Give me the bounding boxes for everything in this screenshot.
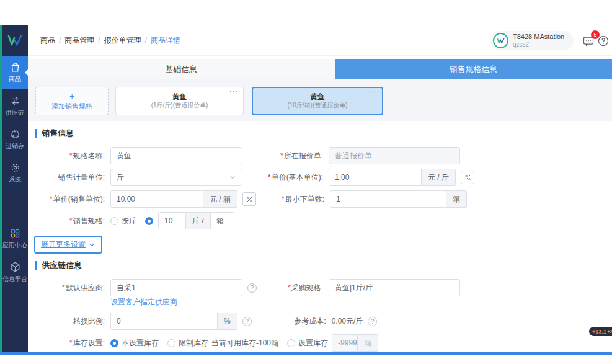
tab-label: 基础信息 [165,64,197,75]
radio-by-box[interactable] [145,217,153,225]
sidebar-item-inventory[interactable]: 进销存 [2,123,28,156]
breadcrumb-item[interactable]: 报价单管理 [104,35,141,46]
required-mark: * [69,216,73,225]
user-info: T8428 MAstation qzcs2 [513,33,564,48]
sidebar-item-products[interactable]: 商品 [2,56,28,89]
base-price-unit-addon: 元 / 斤 [422,169,456,186]
price-calc-button[interactable] [242,192,256,206]
spec-name-label: *规格名称: [28,147,110,164]
chevron-down-icon [88,241,95,249]
radio-no-stock[interactable]: 不设置库存 [110,338,159,348]
spec-name-input[interactable]: 黄鱼 [110,147,242,164]
sale-price-input[interactable]: 10.00 [110,190,203,208]
sidebar-item-label: 进销存 [6,142,24,151]
set-customer-supplier-link[interactable]: 设置客户指定供应商 [110,298,177,306]
purchase-spec-label: *采购规格: [257,279,329,296]
stock-qty-input: -9999 [332,334,358,352]
supplier-label: *默认供应商: [28,279,110,296]
sidebar-item-info-platform[interactable]: 信息平台 [2,255,28,289]
user-subname: qzcs2 [513,41,564,48]
sales-info-section-title: 销售信息 [35,128,612,139]
apps-grid-icon [9,228,21,239]
sale-spec-unit-input[interactable]: 箱 [211,212,234,229]
breadcrumb-separator: / [59,36,61,45]
sidebar-item-app-center[interactable]: 应用中心 [2,222,28,255]
loss-ratio-input[interactable]: 0 [110,313,218,330]
base-price-input[interactable]: 1.00 [329,169,422,186]
sidebar-item-label: 商品 [9,75,21,84]
breadcrumb-current: 商品详情 [151,35,180,46]
min-order-input[interactable]: 1 [330,190,446,208]
tab-basic-info[interactable]: 基础信息 [28,59,335,79]
breadcrumb-item[interactable]: 商品 [40,35,55,46]
radio-by-jin[interactable]: 按斤 [110,216,136,226]
sidebar-item-system[interactable]: 系统 [2,156,28,190]
form-row: 耗损比例: 0 % ? 参考成本: 0.00元/斤 ? [28,313,612,330]
question-circle-icon [597,35,610,47]
radio-label: 限制库存 [179,338,208,348]
radio-set-stock[interactable]: 设置库存 [287,338,328,348]
required-mark: * [288,283,291,292]
chevron-down-icon [229,174,236,181]
supplier-input[interactable]: 自采1 [110,279,242,296]
stock-unit-addon: 箱 [358,334,378,352]
network-speed-unit: K/s [608,329,612,334]
card-menu-icon[interactable]: ··· [368,87,378,97]
breadcrumb: 商品 / 商品管理 / 报价单管理 / 商品详情 [40,25,180,56]
radio-limit-stock[interactable]: 限制库存 [167,338,208,348]
section-bar [35,261,37,270]
radio-label: 设置库存 [298,338,328,348]
quote-input: 普通报价单 [329,147,460,164]
form-row: 销售计量单位: 斤 *单价(基本单位): 1.00 元 / 斤 [28,169,612,186]
spec-card[interactable]: ··· 黄鱼 (1斤/斤)(普通报价单) [115,87,244,115]
radio-label: 按斤 [122,216,136,226]
swap-arrows-icon [9,95,21,107]
help-circle-icon[interactable]: ? [242,317,252,326]
loss-ratio-unit-addon: % [218,313,237,330]
expand-more-settings-link[interactable]: 展开更多设置 [34,236,102,254]
network-speed-value: +13.1 [592,329,606,335]
sale-unit-select[interactable]: 斤 [110,169,242,186]
messages-button[interactable]: 5 [582,35,595,47]
base-price-group: 1.00 元 / 斤 [329,169,456,186]
sidebar-item-supply-chain[interactable]: 供应链 [2,89,28,123]
avatar-logo-mark [496,37,505,44]
spec-card-selected[interactable]: ··· 黄鱼 (10斤/箱)(普通报价单) [252,87,383,115]
min-order-label: *最小下单数: [256,190,330,208]
price-calc-button[interactable] [461,171,474,184]
loss-ratio-group: 0 % [110,313,237,330]
more-settings-label: 展开更多设置 [41,239,86,250]
tab-sales-spec-info[interactable]: 销售规格信息 [335,59,612,79]
radio-icon [167,339,175,347]
purchase-spec-input[interactable]: 黄鱼|1斤/斤 [329,279,460,296]
spec-card-title: 黄鱼 [310,92,325,102]
content-area: + 添加销售规格 ··· 黄鱼 (1斤/斤)(普通报价单) ··· 黄鱼 (10… [28,79,612,352]
spec-card-row: + 添加销售规格 ··· 黄鱼 (1斤/斤)(普通报价单) ··· 黄鱼 (10… [35,87,383,115]
user-account-button[interactable]: T8428 MAstation qzcs2 [490,31,574,50]
required-mark: * [280,151,283,160]
shopping-bag-icon [9,61,21,73]
sale-unit-label: 销售计量单位: [28,169,110,186]
add-spec-card[interactable]: + 添加销售规格 [35,87,109,115]
help-circle-icon[interactable]: ? [247,283,257,293]
radio-icon-selected [110,339,118,347]
percent-icon [246,195,254,203]
form-row: *库存设置: 不设置库存 限制库存 当前可用库存-100箱 设置库存 [28,334,612,352]
card-menu-icon[interactable]: ··· [229,87,239,96]
breadcrumb-separator: / [98,36,100,45]
form-panel: 销售信息 *规格名称: 黄鱼 *所在报价单: 普通报价单 销售计量单位: 斤 *… [28,121,612,352]
sale-spec-qty-input[interactable]: 10 [158,212,186,229]
sidebar-item-label: 信息平台 [2,275,27,283]
radio-icon [287,339,295,347]
logo-mark [7,34,23,47]
help-button[interactable] [597,35,610,47]
form-row: *单价(销售单位): 10.00 元 / 箱 *最小下单数: [28,190,612,208]
help-circle-icon[interactable]: ? [368,317,377,326]
spec-card-title: 黄鱼 [172,92,187,102]
detail-tabs: 基础信息 销售规格信息 [28,59,612,79]
breadcrumb-item[interactable]: 商品管理 [64,35,94,46]
form-row: *规格名称: 黄鱼 *所在报价单: 普通报价单 [28,147,612,164]
bottom-accent-bar [0,352,612,355]
stock-qty-group: -9999 箱 [332,334,378,352]
app-logo [2,25,28,56]
